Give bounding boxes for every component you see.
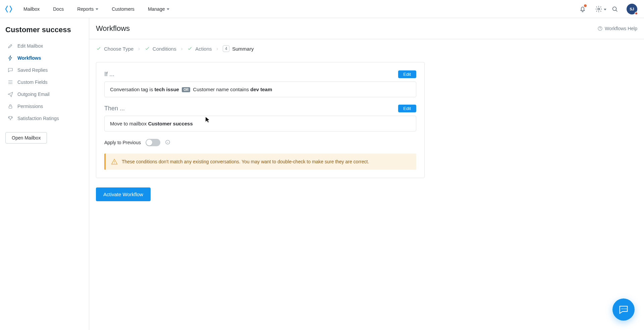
nav-docs[interactable]: Docs [47, 4, 70, 14]
chevron-right-icon: › [181, 46, 183, 51]
step-label: Summary [232, 46, 254, 52]
trophy-icon [7, 115, 13, 121]
primary-nav: Mailbox Docs Reports Customers Manage [17, 4, 175, 14]
settings-button[interactable] [594, 5, 603, 13]
avatar-initials: SJ [630, 7, 634, 11]
chat-bubble-icon [618, 304, 629, 315]
if-rule-value-2: dev team [250, 87, 272, 92]
top-nav-right: SJ [578, 4, 637, 14]
apply-to-previous-label: Apply to Previous [104, 140, 141, 145]
if-rule-mid: Customer name contains [193, 87, 250, 92]
sidebar-item-satisfaction-ratings[interactable]: Satisfaction Ratings [5, 113, 84, 124]
nav-manage[interactable]: Manage [142, 4, 176, 14]
edit-actions-button[interactable]: Edit [398, 105, 416, 112]
sidebar-item-label: Edit Mailbox [17, 43, 43, 49]
svg-point-0 [598, 8, 600, 10]
if-rule-value-1: tech issue [155, 87, 179, 92]
sidebar-item-label: Permissions [17, 104, 43, 109]
app-body: Customer success Edit Mailbox Workflows … [0, 18, 644, 330]
step-actions[interactable]: Actions [187, 46, 212, 52]
nav-customers[interactable]: Customers [106, 4, 141, 14]
chevron-right-icon: › [217, 46, 218, 51]
edit-conditions-button[interactable]: Edit [398, 70, 416, 78]
nav-reports[interactable]: Reports [71, 4, 104, 14]
search-button[interactable] [610, 5, 619, 13]
app-logo[interactable] [0, 5, 17, 13]
nav-reports-label: Reports [77, 6, 94, 12]
chevron-down-icon [96, 8, 98, 10]
chevron-right-icon: › [138, 46, 140, 51]
nav-manage-label: Manage [148, 6, 165, 12]
warning-banner: These conditions don't match any existin… [104, 154, 416, 170]
sidebar-item-label: Satisfaction Ratings [17, 116, 59, 121]
workflows-help-link[interactable]: Workflows Help [597, 26, 637, 31]
gear-icon [595, 5, 602, 13]
sidebar-item-label: Workflows [17, 55, 41, 61]
activate-workflow-button[interactable]: Activate Workflow [96, 187, 151, 201]
if-rule-prefix: Conversation tag is [110, 87, 155, 92]
sidebar-item-permissions[interactable]: Permissions [5, 101, 84, 112]
if-section-head: If ... Edit [104, 70, 416, 78]
step-label: Actions [195, 46, 212, 52]
step-label: Choose Type [104, 46, 133, 52]
step-conditions[interactable]: Conditions [145, 46, 176, 52]
svg-rect-2 [9, 106, 12, 108]
svg-point-4 [600, 30, 600, 30]
bolt-icon [7, 55, 13, 61]
toggle-knob [146, 140, 152, 146]
presence-indicator [635, 12, 638, 15]
sidebar-item-outgoing-email[interactable]: Outgoing Email [5, 89, 84, 100]
chevron-down-icon [167, 8, 169, 10]
pencil-icon [7, 43, 13, 49]
info-icon[interactable] [165, 140, 170, 146]
if-rule-box: Conversation tag is tech issue OR Custom… [104, 81, 416, 97]
check-icon [187, 46, 193, 51]
apply-to-previous-row: Apply to Previous [104, 139, 416, 146]
workflow-steps: Choose Type › Conditions › Actions › 4 S… [89, 39, 644, 55]
user-avatar[interactable]: SJ [627, 4, 637, 14]
send-icon [7, 91, 13, 97]
stack-icon [7, 79, 13, 85]
sidebar-item-saved-replies[interactable]: Saved Replies [5, 64, 84, 76]
nav-customers-label: Customers [112, 6, 135, 12]
warning-icon [111, 158, 118, 165]
sidebar-item-label: Custom Fields [17, 79, 47, 85]
sidebar-item-edit-mailbox[interactable]: Edit Mailbox [5, 40, 84, 52]
nav-mailbox[interactable]: Mailbox [17, 4, 46, 14]
notifications-button[interactable] [578, 5, 587, 13]
help-icon [597, 26, 603, 31]
sidebar-item-label: Outgoing Email [17, 92, 50, 97]
settings-sidebar: Customer success Edit Mailbox Workflows … [0, 18, 89, 330]
main-content: Workflows Workflows Help Choose Type › C… [89, 18, 644, 330]
step-number-badge: 4 [223, 45, 229, 52]
then-rule-box: Move to mailbox Customer success [104, 116, 416, 131]
then-section-head: Then ... Edit [104, 105, 416, 112]
nav-mailbox-label: Mailbox [23, 6, 40, 12]
helpscout-logo-icon [5, 5, 13, 13]
notification-dot [584, 4, 587, 7]
step-summary[interactable]: 4 Summary [223, 45, 254, 52]
workflow-summary-card: If ... Edit Conversation tag is tech iss… [96, 62, 425, 178]
warning-text: These conditions don't match any existin… [122, 159, 369, 164]
beacon-chat-button[interactable] [612, 298, 635, 321]
svg-point-9 [626, 308, 627, 309]
or-chip: OR [182, 87, 190, 92]
svg-point-8 [624, 308, 625, 309]
then-rule-prefix: Move to mailbox [110, 121, 148, 126]
apply-to-previous-toggle[interactable] [146, 139, 160, 146]
main-header: Workflows Workflows Help [89, 18, 644, 39]
chevron-down-icon [604, 9, 606, 10]
svg-point-6 [114, 163, 114, 163]
nav-docs-label: Docs [53, 6, 64, 12]
check-icon [96, 46, 101, 51]
svg-point-1 [613, 7, 616, 10]
lock-icon [7, 103, 13, 109]
svg-point-7 [622, 308, 623, 309]
sidebar-item-workflows[interactable]: Workflows [5, 52, 84, 64]
step-choose-type[interactable]: Choose Type [96, 46, 133, 52]
then-heading: Then ... [104, 105, 125, 112]
then-rule-value: Customer success [148, 121, 193, 126]
open-mailbox-button[interactable]: Open Mailbox [5, 132, 47, 144]
sidebar-item-custom-fields[interactable]: Custom Fields [5, 76, 84, 88]
sidebar-item-label: Saved Replies [17, 67, 48, 73]
